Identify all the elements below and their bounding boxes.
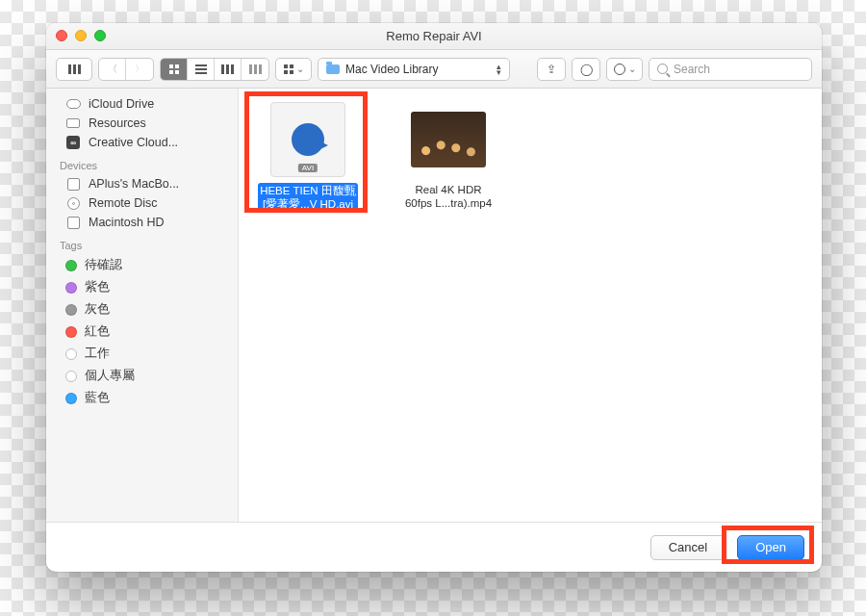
tag-dot-icon bbox=[65, 393, 77, 404]
gear-icon: ⌄ bbox=[607, 59, 642, 80]
path-label: Mac Video Library bbox=[345, 63, 439, 76]
toolbar: 〈 〉 ⌄ Mac Video Library ▴▾ bbox=[46, 50, 822, 89]
sidebar-tag[interactable]: 個人專屬 bbox=[46, 365, 238, 387]
sidebar-item-remote-disc[interactable]: Remote Disc bbox=[46, 193, 238, 213]
tag-dot-icon bbox=[65, 326, 77, 338]
window-title: Remo Repair AVI bbox=[386, 29, 481, 43]
sidebar: iCloud Drive Resources ∞ Creative Cloud.… bbox=[46, 89, 239, 522]
avi-badge: AVI bbox=[298, 164, 318, 172]
sidebar-item-creative-cloud[interactable]: ∞ Creative Cloud... bbox=[46, 133, 238, 152]
nav-buttons: 〈 〉 bbox=[98, 58, 154, 81]
cancel-button[interactable]: Cancel bbox=[650, 535, 726, 560]
titlebar: Remo Repair AVI bbox=[46, 23, 822, 50]
tag-dot-icon bbox=[65, 260, 77, 271]
updown-icon: ▴▾ bbox=[497, 64, 501, 75]
file-thumbnail: AVI bbox=[270, 102, 345, 177]
sidebar-tag[interactable]: 藍色 bbox=[46, 387, 238, 409]
file-item[interactable]: Real 4K HDR60fps L...tra).mp4 bbox=[393, 102, 504, 210]
sidebar-tag[interactable]: 待確認 bbox=[46, 254, 238, 276]
open-dialog-window: Remo Repair AVI 〈 〉 ⌄ bbox=[46, 23, 822, 572]
sidebar-item-macintosh-hd[interactable]: Macintosh HD bbox=[46, 213, 238, 232]
cc-icon: ∞ bbox=[66, 136, 80, 149]
disk-icon bbox=[67, 217, 80, 229]
sidebar-tag[interactable]: 紫色 bbox=[46, 276, 238, 298]
file-name: HEBE TIEN 田馥甄[愛著愛...V HD.avi bbox=[258, 183, 358, 212]
back-button[interactable]: 〈 bbox=[99, 59, 126, 80]
sidebar-item-resources[interactable]: Resources bbox=[46, 114, 238, 133]
cloud-icon bbox=[66, 99, 81, 109]
sidebar-item-macbook[interactable]: APlus's MacBo... bbox=[46, 174, 238, 193]
sidebar-tag[interactable]: 灰色 bbox=[46, 298, 238, 321]
column-view-button[interactable] bbox=[215, 59, 242, 80]
zoom-window-button[interactable] bbox=[94, 30, 106, 41]
file-thumbnail bbox=[411, 112, 486, 167]
quicktime-icon bbox=[292, 123, 324, 156]
share-button[interactable]: ⇪ bbox=[537, 58, 566, 81]
icon-view-button[interactable] bbox=[161, 59, 188, 80]
sidebar-tag[interactable]: 紅色 bbox=[46, 321, 238, 343]
sidebar-toggle[interactable] bbox=[56, 58, 92, 81]
laptop-icon bbox=[67, 178, 80, 191]
file-browser: AVI HEBE TIEN 田馥甄[愛著愛...V HD.avi Real 4K… bbox=[239, 89, 822, 522]
forward-button[interactable]: 〉 bbox=[126, 59, 153, 80]
tag-dot-icon bbox=[65, 348, 77, 360]
sidebar-item-icloud[interactable]: iCloud Drive bbox=[46, 94, 238, 114]
gallery-view-button[interactable] bbox=[242, 59, 268, 80]
path-dropdown[interactable]: Mac Video Library ▴▾ bbox=[318, 58, 510, 81]
tag-dot-icon bbox=[65, 282, 77, 294]
sidebar-tag[interactable]: 工作 bbox=[46, 343, 238, 365]
close-window-button[interactable] bbox=[56, 30, 67, 41]
dialog-footer: Cancel Open bbox=[46, 522, 822, 572]
arrange-menu[interactable]: ⌄ bbox=[275, 58, 312, 81]
list-view-button[interactable] bbox=[188, 59, 215, 80]
action-menu[interactable]: ⌄ bbox=[606, 58, 643, 81]
window-controls bbox=[56, 30, 106, 41]
search-icon bbox=[657, 64, 668, 74]
search-input[interactable]: Search bbox=[649, 58, 812, 81]
minimize-window-button[interactable] bbox=[75, 30, 87, 41]
search-placeholder: Search bbox=[674, 63, 710, 76]
arrange-icon: ⌄ bbox=[276, 59, 311, 80]
sidebar-toggle-icon bbox=[57, 59, 91, 80]
tag-icon: ◯ bbox=[573, 59, 599, 80]
file-name: Real 4K HDR60fps L...tra).mp4 bbox=[393, 183, 504, 210]
tags-header: Tags bbox=[46, 232, 238, 254]
tag-dot-icon bbox=[65, 304, 77, 316]
folder-icon bbox=[66, 118, 80, 128]
folder-icon bbox=[326, 64, 340, 74]
disc-icon bbox=[67, 197, 80, 210]
view-mode-selector bbox=[160, 58, 269, 81]
open-button[interactable]: Open bbox=[737, 535, 804, 560]
tag-dot-icon bbox=[65, 371, 77, 382]
file-item[interactable]: AVI HEBE TIEN 田馥甄[愛著愛...V HD.avi bbox=[252, 102, 364, 212]
share-icon: ⇪ bbox=[538, 59, 565, 80]
tags-button[interactable]: ◯ bbox=[572, 58, 600, 81]
devices-header: Devices bbox=[46, 152, 238, 174]
